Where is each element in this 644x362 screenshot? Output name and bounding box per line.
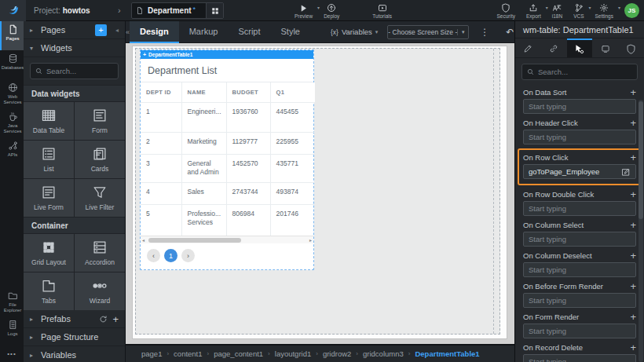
widget-tile-form[interactable]: Form — [75, 102, 125, 140]
widget-tile-wizard[interactable]: Wizard — [75, 272, 125, 310]
event-handler-input[interactable]: Start typing — [523, 293, 636, 308]
topbar-tutorials-button[interactable]: Tutorials — [367, 0, 397, 21]
column-header-budget[interactable]: BUDGET — [226, 82, 270, 102]
add-event-action-button[interactable]: + — [630, 250, 636, 261]
app-logo[interactable] — [0, 0, 26, 21]
widget-tile-data-table[interactable]: Data Table — [24, 102, 74, 140]
rail-item-logs[interactable]: Logs — [0, 316, 24, 346]
rail-item-java-services[interactable]: JavaServices — [0, 108, 24, 137]
table-row[interactable]: 2Marketing1129777225955 — [141, 132, 315, 154]
refresh-icon[interactable] — [99, 315, 108, 324]
breadcrumb-item-content1[interactable]: content1 — [174, 349, 202, 358]
accordion-page-structure[interactable]: ▸Page Structure — [24, 328, 125, 346]
breadcrumb-item-gridcolumn3[interactable]: gridcolumn3 — [363, 349, 404, 358]
add-event-action-button[interactable]: + — [630, 118, 636, 128]
edit-script-icon[interactable] — [621, 167, 631, 177]
breadcrumb-item-active[interactable]: DepartmentTable1 — [415, 349, 479, 358]
widget-search[interactable] — [30, 63, 119, 79]
panel-tab-properties[interactable] — [515, 38, 541, 57]
event-handler-input[interactable]: Start typing — [523, 99, 636, 114]
pages-accordion-header[interactable]: ▸ Pages + ◂ — [24, 21, 125, 39]
variables-button[interactable]: {x} Variables ▾ — [331, 27, 378, 36]
rail-item-databases[interactable]: Databases — [0, 50, 24, 79]
canvas-tab-style[interactable]: Style — [271, 21, 310, 43]
widget-search-input[interactable] — [46, 67, 113, 75]
table-row[interactable]: 5Professio... Services806984201746 — [141, 204, 315, 236]
table-row[interactable]: 1Engineeri...1936760445455 — [141, 102, 315, 132]
topbar-i18n-button[interactable]: i18N — [547, 0, 568, 21]
pagination-prev-button[interactable]: ‹ — [147, 249, 160, 262]
panel-tab-bind[interactable] — [541, 38, 567, 57]
scroll-right-arrow[interactable]: ▸ — [309, 237, 312, 243]
page-tab-department[interactable]: Department * — [131, 2, 224, 19]
topbar-preview-button[interactable]: Preview▾ — [289, 0, 318, 21]
topbar-export-button[interactable]: Export▾ — [521, 0, 547, 21]
move-widget-icon[interactable]: + — [143, 52, 146, 57]
breadcrumb-item-page1[interactable]: page1 — [141, 349, 162, 358]
add-event-action-button[interactable]: + — [630, 281, 636, 291]
topbar-vcs-button[interactable]: VCS▾ — [568, 0, 589, 21]
widgets-accordion-header[interactable]: ▾ Widgets — [24, 39, 125, 57]
table-horizontal-scrollbar[interactable]: ◂ ▸ — [141, 236, 313, 243]
widget-tile-live-filter[interactable]: Live Filter — [75, 179, 125, 217]
accordion-prefabs[interactable]: ▸Prefabs+ — [24, 310, 125, 328]
dashboard-grid-icon[interactable] — [206, 3, 223, 18]
add-event-action-button[interactable]: + — [630, 189, 636, 199]
table-row[interactable]: 4Sales2743744493874 — [141, 182, 315, 204]
canvas-tab-design[interactable]: Design — [130, 21, 179, 43]
breadcrumb-item-gridrow2[interactable]: gridrow2 — [323, 349, 351, 358]
design-canvas[interactable]: + DepartmentTable1 Department List DEPT … — [126, 43, 514, 344]
rail-item-pages[interactable]: Pages — [0, 21, 24, 50]
panel-tab-device[interactable] — [592, 38, 618, 57]
add-event-action-button[interactable]: + — [630, 312, 636, 322]
event-handler-input[interactable]: Start typing — [523, 201, 636, 216]
add-event-action-button[interactable]: + — [630, 87, 636, 97]
topbar-security-button[interactable]: Security — [491, 0, 520, 21]
events-search-input[interactable] — [538, 68, 632, 76]
department-table-widget[interactable]: + DepartmentTable1 Department List DEPT … — [140, 49, 314, 270]
events-search[interactable] — [521, 64, 638, 80]
column-header-name[interactable]: NAME — [181, 82, 226, 102]
pagination-next-button[interactable]: › — [181, 249, 195, 262]
add-page-button[interactable]: + — [95, 24, 107, 36]
column-header-q1[interactable]: Q1 — [270, 82, 315, 102]
topbar-deploy-button[interactable]: Deploy — [318, 0, 345, 21]
event-handler-input[interactable]: Start typing — [523, 130, 636, 144]
add-prefab-button[interactable]: + — [112, 313, 119, 325]
widget-tile-accordion[interactable]: Accordion — [75, 234, 125, 272]
table-row[interactable]: 3General and Admin1452570435771 — [141, 154, 315, 182]
breadcrumb-item-page_content1[interactable]: page_content1 — [214, 349, 263, 358]
rail-more-icon[interactable]: ••• — [0, 346, 24, 362]
topbar-settings-button[interactable]: Settings▾ — [590, 0, 620, 21]
event-handler-input[interactable]: Start typing — [523, 324, 636, 338]
widget-tile-cards[interactable]: Cards — [75, 141, 125, 178]
more-options-icon[interactable]: ⋮ — [477, 27, 492, 38]
add-event-action-button[interactable]: + — [630, 342, 636, 353]
panel-tab-security[interactable] — [618, 38, 644, 57]
column-header-dept-id[interactable]: DEPT ID — [141, 82, 181, 102]
canvas-tab-script[interactable]: Script — [228, 21, 270, 43]
scroll-left-arrow[interactable]: ◂ — [142, 237, 145, 243]
event-handler-input[interactable]: goToPage_Employee — [523, 164, 636, 179]
layout-grid-selection[interactable]: + DepartmentTable1 Department List DEPT … — [135, 48, 500, 335]
screen-size-select[interactable]: - Choose Screen Size - ▾ — [387, 25, 469, 39]
widget-tile-list[interactable]: List — [24, 141, 74, 178]
scrollbar-thumb[interactable] — [148, 238, 241, 243]
widget-tile-tabs[interactable]: Tabs — [24, 272, 74, 310]
widget-name-tab[interactable]: + DepartmentTable1 — [141, 50, 313, 59]
event-handler-input[interactable]: Start typing — [523, 262, 636, 277]
panel-scrollbar[interactable] — [639, 100, 643, 362]
panel-tab-events[interactable] — [567, 38, 593, 57]
breadcrumb-item-layoutgrid1[interactable]: layoutgrid1 — [275, 349, 311, 358]
widget-tile-grid-layout[interactable]: Grid Layout — [24, 234, 74, 272]
event-handler-input[interactable]: Start typing — [523, 354, 636, 362]
add-event-action-button[interactable]: + — [630, 152, 636, 163]
user-avatar[interactable]: JS — [624, 3, 639, 18]
rail-item-web-services[interactable]: WebServices — [0, 79, 24, 108]
rail-item-apis[interactable]: APIs — [0, 137, 24, 166]
pagination-page-1[interactable]: 1 — [164, 249, 177, 262]
event-handler-input[interactable]: Start typing — [523, 232, 636, 247]
widget-tile-live-form[interactable]: Live Form — [24, 179, 74, 217]
add-event-action-button[interactable]: + — [630, 220, 636, 230]
rail-item-file-explorer[interactable]: FileExplorer — [0, 287, 24, 316]
